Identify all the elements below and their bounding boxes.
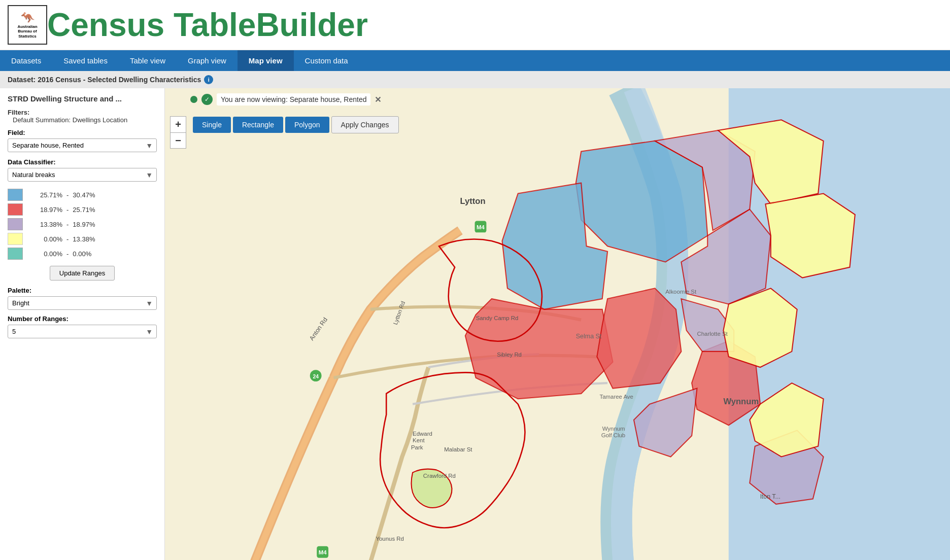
viewing-close-icon[interactable]: ✕ [375,95,381,104]
nav-datasets[interactable]: Datasets [0,50,52,71]
filters-label: Filters: [8,109,29,116]
legend-color-1 [8,189,23,201]
svg-text:Kent: Kent [413,437,425,443]
nav-map-view[interactable]: Map view [238,50,294,71]
svg-text:lton T...: lton T... [760,493,781,500]
nav-saved-tables[interactable]: Saved tables [52,50,119,71]
legend-color-2 [8,203,23,216]
svg-text:Edward: Edward [413,431,432,437]
filters-value: Default Summation: Dwellings Location [8,116,157,124]
field-label: Field: [8,129,157,136]
dataset-info-icon[interactable]: i [204,75,213,84]
rectangle-select-button[interactable]: Rectangle [233,117,283,133]
map-area[interactable]: Lytton Anton Rd Lytton Rd Sandy Camp Rd … [165,88,950,560]
nav-custom-data[interactable]: Custom data [294,50,359,71]
legend-to-2: 25.71% [73,206,108,214]
svg-text:24: 24 [313,374,319,379]
ranges-select[interactable]: 5 [8,325,157,338]
viewing-bar: ✓ You are now viewing: Separate house, R… [190,93,945,106]
legend-color-5 [8,248,23,260]
svg-text:M4: M4 [319,549,327,555]
ranges-select-wrapper: 5 ▼ [8,325,157,338]
legend-color-3 [8,218,23,230]
app-title: Census TableBuilder [47,6,368,44]
palette-label: Palette: [8,287,157,294]
dataset-bar: Dataset: 2016 Census - Selected Dwelling… [0,71,950,88]
status-dot [190,96,197,103]
nav-table-view[interactable]: Table view [119,50,177,71]
field-select[interactable]: Separate house, Rented [8,138,157,152]
legend-row-4: 0.00% - 13.38% [8,233,157,245]
zoom-in-button[interactable]: + [170,116,186,132]
svg-text:Younus Rd: Younus Rd [376,536,403,542]
legend-section: 25.71% - 30.47% 18.97% - 25.71% 13.38% -… [8,189,157,260]
single-select-button[interactable]: Single [193,117,231,133]
classifier-select[interactable]: Natural breaks [8,168,157,182]
legend-from-3: 13.38% [27,221,62,228]
main-layout: STRD Dwelling Structure and ... Filters:… [0,88,950,560]
update-ranges-button[interactable]: Update Ranges [50,266,115,281]
classifier-select-wrapper: Natural breaks ▼ [8,168,157,182]
status-check-icon: ✓ [201,94,213,105]
left-panel: STRD Dwelling Structure and ... Filters:… [0,88,165,560]
legend-to-5: 0.00% [73,250,108,258]
svg-text:Sibley Rd: Sibley Rd [497,352,522,358]
legend-from-1: 25.71% [27,191,62,199]
svg-text:Alkoomie St: Alkoomie St [665,289,697,295]
classifier-label: Data Classifier: [8,158,157,166]
title-census: Census [47,7,174,43]
panel-title: STRD Dwelling Structure and ... [8,94,157,103]
nav-bar: Datasets Saved tables Table view Graph v… [0,50,950,71]
nav-graph-view[interactable]: Graph view [177,50,238,71]
svg-text:Golf Club: Golf Club [601,432,626,438]
legend-from-4: 0.00% [27,235,62,243]
dataset-text: Dataset: 2016 Census - Selected Dwelling… [8,76,201,84]
legend-dash-2: - [66,206,69,214]
svg-text:Malabar St: Malabar St [444,446,472,452]
legend-row-1: 25.71% - 30.47% [8,189,157,201]
abs-logo: 🦘 AustralianBureau ofStatistics [8,5,47,45]
apply-changes-button[interactable]: Apply Changes [331,116,399,133]
palette-select[interactable]: Bright [8,296,157,310]
palette-select-wrapper: Bright ▼ [8,296,157,310]
legend-color-4 [8,233,23,245]
map-background: Lytton Anton Rd Lytton Rd Sandy Camp Rd … [165,88,950,560]
zoom-out-button[interactable]: − [170,132,186,149]
legend-to-1: 30.47% [73,191,108,199]
svg-text:Lytton: Lytton [460,196,486,206]
coat-of-arms: 🦘 [21,11,35,24]
svg-text:Charlotte St: Charlotte St [697,331,728,337]
legend-row-2: 18.97% - 25.71% [8,203,157,216]
legend-dash-4: - [66,235,69,243]
svg-text:M4: M4 [477,224,485,230]
filters-section: Filters: Default Summation: Dwellings Lo… [8,108,157,124]
viewing-text: You are now viewing: Separate house, Ren… [217,93,370,106]
legend-row-3: 13.38% - 18.97% [8,218,157,230]
legend-to-3: 18.97% [73,221,108,228]
legend-dash-1: - [66,191,69,199]
legend-dash-5: - [66,250,69,258]
field-select-wrapper: Separate house, Rented ▼ [8,138,157,152]
svg-text:Wynnum: Wynnum [723,397,759,406]
ranges-label: Number of Ranges: [8,315,157,323]
svg-text:Park: Park [411,444,423,450]
svg-text:Tamaree Ave: Tamaree Ave [600,394,633,400]
polygon-select-button[interactable]: Polygon [285,117,329,133]
legend-row-5: 0.00% - 0.00% [8,248,157,260]
svg-text:Crawford Rd: Crawford Rd [423,473,456,479]
svg-text:Wynnum: Wynnum [602,426,625,432]
header: 🦘 AustralianBureau ofStatistics Census T… [0,0,950,50]
svg-text:Sandy Camp Rd: Sandy Camp Rd [476,315,519,321]
legend-from-2: 18.97% [27,206,62,214]
legend-dash-3: - [66,221,69,228]
legend-to-4: 13.38% [73,235,108,243]
legend-from-5: 0.00% [27,250,62,258]
abs-name: AustralianBureau ofStatistics [17,24,37,39]
title-tablebuilder: TableBuilder [174,7,368,43]
selection-toolbar: Single Rectangle Polygon Apply Changes [193,116,399,133]
map-zoom-controls: + − [170,116,186,149]
svg-text:Selma St: Selma St [576,333,602,340]
